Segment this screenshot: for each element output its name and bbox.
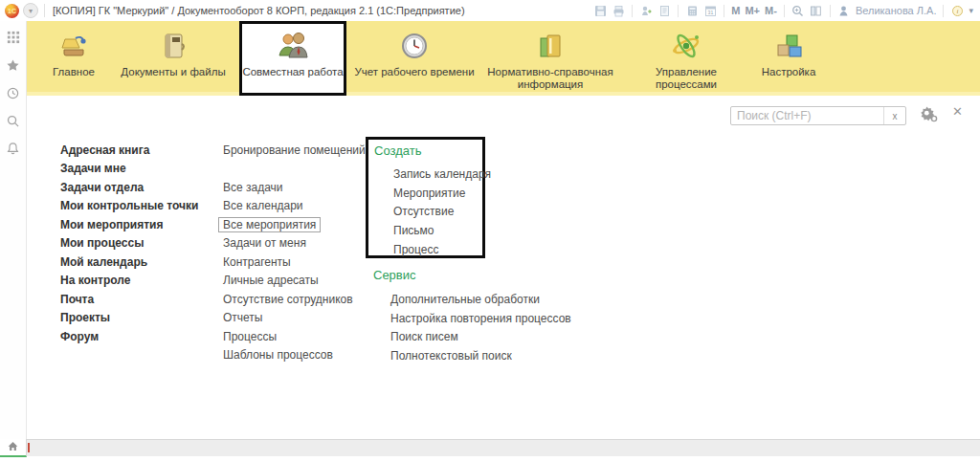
navigation-column: Бронирование помещений Все задачи Все ка…	[223, 141, 366, 364]
create-section-header: Создать	[374, 143, 482, 158]
svg-text:31: 31	[707, 9, 713, 14]
tool-sidebar	[0, 21, 27, 439]
two-people-icon	[276, 28, 310, 66]
notifications-bell-icon[interactable]	[6, 141, 21, 156]
main-content: x ✕ Адресная книга Задачи мне Задачи отд…	[27, 96, 980, 439]
svg-text:i: i	[956, 8, 958, 15]
link-processes[interactable]: Процессы	[223, 327, 366, 346]
link-forum[interactable]: Форум	[60, 327, 198, 346]
link-create-letter[interactable]: Письмо	[393, 221, 482, 240]
cubes-icon	[772, 28, 805, 66]
ribbon: Главное Документы и файлы Совместная раб…	[27, 21, 980, 96]
link-room-booking[interactable]: Бронирование помещений	[223, 141, 366, 160]
orbit-process-icon	[669, 28, 703, 66]
home-tab[interactable]	[0, 439, 27, 457]
tab-main[interactable]: Главное	[40, 21, 107, 96]
memory-add-button[interactable]: M+	[745, 5, 760, 16]
taskbar-red-mark	[28, 443, 30, 452]
link-reports[interactable]: Отчеты	[223, 309, 366, 328]
create-section: Создать Запись календаря Мероприятие Отс…	[366, 137, 485, 258]
split-window-icon[interactable]	[810, 4, 823, 17]
divider	[632, 5, 633, 17]
link-my-calendar[interactable]: Мой календарь	[60, 253, 198, 272]
link-letter-search[interactable]: Поиск писем	[390, 327, 571, 346]
ribbon-tabs: Главное Документы и файлы Совместная раб…	[27, 21, 980, 96]
settings-gears-icon[interactable]	[919, 106, 938, 125]
link-tasks-from-me[interactable]: Задачи от меня	[223, 234, 366, 253]
info-icon[interactable]: i	[950, 4, 964, 17]
chevron-down-icon[interactable]: ▾	[969, 7, 973, 15]
zoom-icon[interactable]	[791, 4, 805, 17]
link-my-processes[interactable]: Мои процессы	[60, 234, 198, 253]
binders-icon	[534, 28, 567, 66]
calculator-icon[interactable]	[685, 4, 699, 17]
memory-recall-button[interactable]: M	[731, 5, 740, 16]
tab-settings[interactable]: Настройка	[754, 21, 823, 96]
home-icon	[7, 439, 19, 456]
system-menu-button[interactable]: ▾	[23, 3, 38, 18]
search-clear-button[interactable]: x	[883, 107, 905, 124]
link-create-calendar-record[interactable]: Запись календаря	[393, 165, 482, 184]
link-process-repetition-settings[interactable]: Настройка повторения процессов	[390, 309, 571, 328]
favorites-star-icon[interactable]	[6, 57, 21, 73]
current-user-name: Великанова Л.А.	[856, 5, 937, 16]
desk-lamp-icon	[57, 28, 90, 66]
tab-reference-information[interactable]: Нормативно-справочная информация	[482, 21, 618, 96]
link-personal-addressees[interactable]: Личные адресаты	[223, 272, 366, 291]
link-create-absence[interactable]: Отсутствие	[393, 202, 482, 221]
link-fulltext-search[interactable]: Полнотекстовый поиск	[390, 346, 571, 365]
history-icon[interactable]	[6, 85, 21, 100]
divider	[678, 5, 679, 17]
divider	[44, 4, 45, 17]
print-icon[interactable]	[612, 4, 625, 17]
link-mail[interactable]: Почта	[60, 290, 198, 309]
clock-icon	[398, 28, 431, 66]
divider	[943, 5, 944, 17]
calendar-icon[interactable]: 31	[703, 4, 717, 17]
title-bar: 1С ▾ [КОПИЯ] ГК "Меркурий" / Документооб…	[0, 0, 980, 22]
tab-process-management[interactable]: Управление процессами	[624, 21, 748, 96]
spacer	[223, 160, 366, 179]
taskbar	[0, 439, 980, 456]
tab-collaboration[interactable]: Совместная работа	[239, 21, 346, 96]
focused-link-label: Все мероприятия	[218, 217, 321, 232]
tab-work-time-accounting[interactable]: Учет рабочего времени	[352, 21, 477, 96]
link-create-process[interactable]: Процесс	[393, 240, 482, 259]
divider	[724, 5, 724, 17]
link-projects[interactable]: Проекты	[60, 309, 198, 328]
link-process-templates[interactable]: Шаблоны процессов	[223, 346, 366, 365]
tab-label: Нормативно-справочная информация	[482, 66, 618, 91]
link-department-tasks[interactable]: Задачи отдела	[60, 178, 198, 197]
app-title: [КОПИЯ] ГК "Меркурий" / Документооборот …	[53, 5, 465, 16]
tab-label: Главное	[53, 66, 95, 78]
search-box: x	[730, 106, 906, 125]
link-tasks-to-me[interactable]: Задачи мне	[60, 160, 198, 179]
favorites-column: Адресная книга Задачи мне Задачи отдела …	[60, 141, 198, 346]
tab-label: Учет рабочего времени	[354, 66, 474, 78]
link-address-book[interactable]: Адресная книга	[60, 141, 198, 160]
send-icon[interactable]	[639, 4, 653, 17]
divider	[830, 5, 831, 17]
link-all-tasks[interactable]: Все задачи	[223, 178, 366, 197]
save-icon[interactable]	[593, 4, 607, 17]
link-create-event[interactable]: Мероприятие	[393, 184, 482, 203]
tab-documents-and-files[interactable]: Документы и файлы	[113, 21, 234, 96]
print-preview-icon[interactable]	[657, 4, 671, 17]
link-my-events[interactable]: Мои мероприятия	[60, 215, 198, 234]
link-on-control[interactable]: На контроле	[60, 272, 198, 291]
apps-grid-icon[interactable]	[6, 30, 21, 45]
link-additional-processing[interactable]: Дополнительные обработки	[390, 290, 571, 309]
titlebar-toolbar: 31 M M+ M- Великанова Л.А. i ▾	[593, 4, 980, 17]
memory-subtract-button[interactable]: M-	[765, 5, 777, 16]
link-counterparties[interactable]: Контрагенты	[223, 253, 366, 272]
link-my-control-points[interactable]: Мои контрольные точки	[60, 197, 198, 216]
tab-label: Документы и файлы	[121, 66, 225, 78]
tab-label: Совместная работа	[242, 66, 343, 78]
close-icon[interactable]: ✕	[952, 105, 963, 118]
search-icon[interactable]	[6, 113, 21, 128]
search-input[interactable]	[731, 107, 883, 124]
link-employee-absence[interactable]: Отсутствие сотрудников	[223, 290, 366, 309]
link-all-calendars[interactable]: Все календари	[223, 197, 366, 216]
service-section-header: Сервис	[373, 268, 571, 282]
link-all-events[interactable]: Все мероприятия	[223, 215, 366, 234]
